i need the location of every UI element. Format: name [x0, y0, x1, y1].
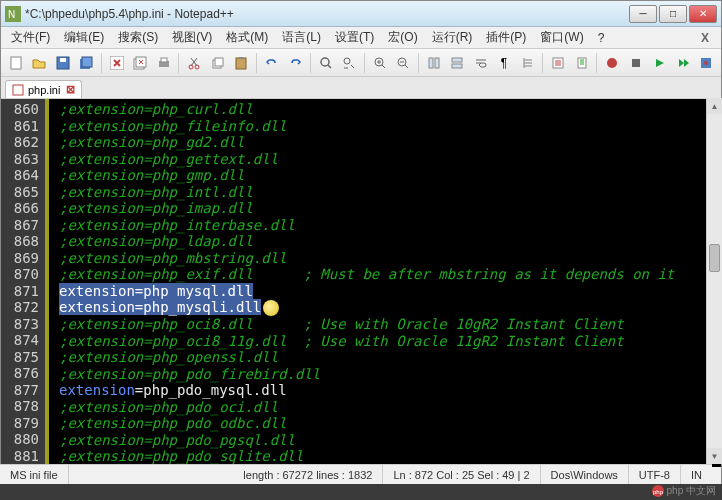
- undo-icon[interactable]: [261, 52, 283, 74]
- maximize-button[interactable]: □: [659, 5, 687, 23]
- redo-icon[interactable]: [284, 52, 306, 74]
- fold-margin: [45, 99, 59, 467]
- svg-rect-15: [215, 58, 223, 66]
- toolbar-separator: [542, 53, 543, 73]
- toolbar-separator: [101, 53, 102, 73]
- save-all-icon[interactable]: [76, 52, 98, 74]
- line-number-gutter: 8608618628638648658668678688698708718728…: [1, 99, 45, 467]
- php-logo-icon: php: [651, 484, 665, 498]
- status-position: Ln : 872 Col : 25 Sel : 49 | 2: [383, 465, 540, 484]
- close-all-icon[interactable]: [129, 52, 151, 74]
- play-multi-icon[interactable]: [672, 52, 694, 74]
- wrap-icon[interactable]: [470, 52, 492, 74]
- svg-rect-11: [161, 58, 167, 62]
- svg-rect-25: [452, 64, 462, 68]
- status-eol: Dos\Windows: [541, 465, 629, 484]
- print-icon[interactable]: [153, 52, 175, 74]
- svg-rect-24: [452, 58, 462, 62]
- status-ins: IN: [681, 465, 712, 484]
- code-content[interactable]: ;extension=php_curl.dll;extension=php_fi…: [59, 99, 721, 467]
- play-macro-icon[interactable]: [648, 52, 670, 74]
- menu-language[interactable]: 语言(L): [276, 27, 327, 48]
- open-file-icon[interactable]: [29, 52, 51, 74]
- svg-point-31: [704, 61, 708, 65]
- paste-icon[interactable]: [230, 52, 252, 74]
- show-all-chars-icon[interactable]: ¶: [493, 52, 515, 74]
- toolbar-separator: [418, 53, 419, 73]
- svg-point-18: [321, 58, 329, 66]
- toolbar-separator: [310, 53, 311, 73]
- close-file-icon[interactable]: [106, 52, 128, 74]
- svg-text:php: php: [653, 489, 664, 495]
- record-macro-icon[interactable]: [601, 52, 623, 74]
- watermark-text: php 中文网: [667, 484, 716, 498]
- scroll-down-icon[interactable]: ▼: [707, 448, 722, 464]
- save-macro-icon[interactable]: [695, 52, 717, 74]
- tab-close-icon[interactable]: ⊠: [66, 83, 75, 96]
- replace-icon[interactable]: [338, 52, 360, 74]
- svg-rect-32: [13, 85, 23, 95]
- menu-edit[interactable]: 编辑(E): [58, 27, 110, 48]
- save-icon[interactable]: [52, 52, 74, 74]
- menu-macro[interactable]: 宏(O): [382, 27, 423, 48]
- tab-label: php.ini: [28, 84, 60, 96]
- window-title: *C:\phpedu\php5.4\php.ini - Notepad++: [25, 7, 629, 21]
- statusbar: MS ini file length : 67272 lines : 1832 …: [0, 464, 712, 484]
- menu-format[interactable]: 格式(M): [220, 27, 274, 48]
- menu-plugins[interactable]: 插件(P): [480, 27, 532, 48]
- tab-php-ini[interactable]: php.ini ⊠: [5, 80, 82, 98]
- close-button[interactable]: ✕: [689, 5, 717, 23]
- doc-close-button[interactable]: X: [693, 31, 717, 45]
- app-icon: N: [5, 6, 21, 22]
- sync-v-icon[interactable]: [423, 52, 445, 74]
- svg-rect-6: [82, 57, 92, 67]
- new-file-icon[interactable]: [5, 52, 27, 74]
- svg-point-28: [607, 58, 617, 68]
- stop-macro-icon[interactable]: [625, 52, 647, 74]
- menubar: 文件(F) 编辑(E) 搜索(S) 视图(V) 格式(M) 语言(L) 设置(T…: [1, 27, 721, 49]
- svg-rect-22: [429, 58, 433, 68]
- menu-help[interactable]: ?: [592, 29, 611, 47]
- menu-view[interactable]: 视图(V): [166, 27, 218, 48]
- scroll-up-icon[interactable]: ▲: [707, 98, 722, 114]
- zoom-out-icon[interactable]: [392, 52, 414, 74]
- scrollbar-thumb[interactable]: [709, 244, 720, 272]
- status-filetype: MS ini file: [0, 465, 69, 484]
- vertical-scrollbar[interactable]: ▲ ▼: [706, 98, 722, 464]
- toolbar-separator: [596, 53, 597, 73]
- find-icon[interactable]: [315, 52, 337, 74]
- svg-text:N: N: [8, 9, 15, 20]
- menu-file[interactable]: 文件(F): [5, 27, 56, 48]
- tabbar: php.ini ⊠: [1, 77, 721, 99]
- zoom-in-icon[interactable]: [369, 52, 391, 74]
- window-controls: ─ □ ✕: [629, 5, 717, 23]
- sync-h-icon[interactable]: [446, 52, 468, 74]
- svg-rect-16: [236, 58, 246, 69]
- toolbar-separator: [256, 53, 257, 73]
- svg-point-19: [344, 58, 350, 64]
- toolbar-separator: [178, 53, 179, 73]
- copy-icon[interactable]: [207, 52, 229, 74]
- bottom-border: [0, 484, 722, 500]
- editor-area[interactable]: 8608618628638648658668678688698708718728…: [1, 99, 721, 467]
- cut-icon[interactable]: [183, 52, 205, 74]
- function-list-icon[interactable]: [547, 52, 569, 74]
- indent-guide-icon[interactable]: [517, 52, 539, 74]
- watermark: php php 中文网: [651, 484, 716, 498]
- minimize-button[interactable]: ─: [629, 5, 657, 23]
- svg-rect-17: [239, 57, 243, 59]
- toolbar-separator: [364, 53, 365, 73]
- menu-window[interactable]: 窗口(W): [534, 27, 589, 48]
- menu-run[interactable]: 运行(R): [426, 27, 479, 48]
- svg-rect-2: [11, 57, 21, 69]
- toolbar: ¶: [1, 49, 721, 77]
- status-length: length : 67272 lines : 1832: [233, 465, 383, 484]
- svg-rect-4: [60, 58, 66, 62]
- doc-map-icon[interactable]: [571, 52, 593, 74]
- status-encoding: UTF-8: [629, 465, 681, 484]
- titlebar: N *C:\phpedu\php5.4\php.ini - Notepad++ …: [1, 1, 721, 27]
- menu-search[interactable]: 搜索(S): [112, 27, 164, 48]
- svg-rect-29: [632, 59, 640, 67]
- menu-settings[interactable]: 设置(T): [329, 27, 380, 48]
- svg-rect-23: [435, 58, 439, 68]
